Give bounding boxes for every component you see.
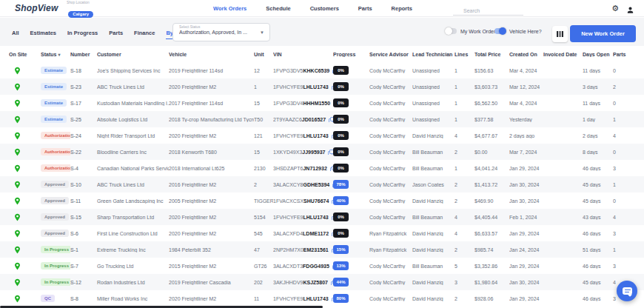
unit-number: 15 bbox=[254, 101, 273, 106]
copy-vin-icon[interactable] bbox=[332, 68, 333, 73]
work-order-number[interactable]: S-22 bbox=[70, 150, 97, 155]
work-order-number[interactable]: S-1 bbox=[70, 247, 97, 252]
table-row[interactable]: ApprovedS-6First Line Construction Ltd20… bbox=[0, 225, 644, 241]
unit-number: 5154 bbox=[254, 215, 273, 220]
work-order-number[interactable]: S-17 bbox=[70, 101, 97, 106]
col-customer[interactable]: Customer bbox=[97, 52, 169, 57]
barcode-scan-button[interactable] bbox=[552, 26, 568, 42]
vehicle-name: 2016 Freightliner M2 bbox=[169, 182, 254, 187]
col-vehicle[interactable]: Vehicle bbox=[169, 52, 254, 57]
status-badge: Estimate bbox=[41, 67, 67, 74]
parts-count: 0 bbox=[613, 198, 637, 204]
work-order-number[interactable]: S-23 bbox=[70, 84, 97, 90]
toggle-on-switch[interactable] bbox=[494, 28, 506, 34]
copy-vin-icon[interactable] bbox=[332, 296, 333, 301]
table-row[interactable]: EstimateS-23ABC Truck Lines Ltd2020 Frei… bbox=[0, 78, 644, 95]
work-order-number[interactable]: S-15 bbox=[70, 215, 97, 220]
tab-in-progress[interactable]: In Progress bbox=[67, 30, 98, 39]
work-order-number[interactable]: S-18 bbox=[70, 68, 97, 73]
tab-all[interactable]: All bbox=[12, 30, 19, 39]
new-work-order-button[interactable]: New Work Order bbox=[570, 25, 636, 42]
location-badge[interactable]: Calgary bbox=[68, 11, 93, 18]
work-order-number[interactable]: S-12 bbox=[70, 280, 97, 285]
tab-finance[interactable]: Finance bbox=[134, 30, 155, 39]
nav-reports[interactable]: Reports bbox=[392, 5, 412, 12]
gear-icon[interactable]: ⚙ bbox=[611, 2, 619, 14]
user-icon[interactable] bbox=[626, 4, 634, 17]
parts-count: 4 bbox=[613, 215, 637, 220]
work-order-number[interactable]: S-25 bbox=[70, 117, 97, 122]
nav-parts[interactable]: Parts bbox=[358, 5, 372, 12]
table-row[interactable]: EstimateS-17Kustodian Materials Handling… bbox=[0, 95, 644, 111]
col-progress[interactable]: Progress bbox=[333, 52, 369, 57]
search-input[interactable] bbox=[453, 6, 523, 16]
copy-vin-icon[interactable] bbox=[330, 166, 333, 171]
table-row[interactable]: In ProgressS-7Go Trucking Ltd2015 Freigh… bbox=[0, 258, 644, 274]
copy-vin-icon[interactable] bbox=[332, 247, 333, 252]
col-lines[interactable]: Lines bbox=[455, 52, 474, 57]
table-row[interactable]: AuthorizationS-4Canadian National Parks … bbox=[0, 160, 644, 176]
shop-location-selector[interactable]: Shop Location Calgary bbox=[67, 1, 95, 19]
progress-badge: 0% bbox=[333, 164, 349, 173]
col-created-on[interactable]: Created On bbox=[509, 52, 543, 57]
table-row[interactable]: EstimateS-25Absolute Logistics Ltd2018 T… bbox=[0, 111, 644, 127]
work-order-number[interactable]: S-10 bbox=[70, 182, 97, 187]
col-vin[interactable]: VIN bbox=[273, 52, 333, 57]
toggle-off-switch[interactable] bbox=[446, 28, 457, 34]
unit-number: GT26 bbox=[254, 264, 273, 269]
copy-vin-icon[interactable] bbox=[332, 182, 333, 187]
work-order-number[interactable]: S-7 bbox=[70, 264, 97, 269]
col-days-open[interactable]: Days Open bbox=[583, 52, 613, 57]
table-row[interactable]: QCS-8Miller Road Works Inc2020 Freightli… bbox=[0, 290, 644, 307]
copy-vin-icon[interactable] bbox=[328, 150, 332, 155]
created-on: Jan 30, 2024 bbox=[509, 198, 543, 204]
col-service-advisor[interactable]: Service Advisor bbox=[369, 52, 412, 57]
customer-name: Miller Road Works Inc bbox=[97, 296, 169, 301]
copy-vin-icon[interactable] bbox=[331, 280, 333, 285]
copy-vin-icon[interactable] bbox=[332, 231, 333, 236]
my-work-orders-toggle[interactable]: My Work Orders bbox=[446, 28, 498, 34]
status-badge: Estimate bbox=[41, 116, 67, 123]
table-row[interactable]: In ProgressS-1Extreme Trucking Inc1984 P… bbox=[0, 241, 644, 258]
work-order-number[interactable]: S-4 bbox=[70, 166, 97, 171]
table-row[interactable]: ApprovedS-10ABC Truck Lines Ltd2016 Frei… bbox=[0, 176, 644, 192]
col-total-price[interactable]: Total Price bbox=[474, 52, 509, 57]
created-on: Jan 30, 2024 bbox=[509, 182, 543, 187]
table-row[interactable]: AuthorizationS-24Night Rider Transport L… bbox=[0, 127, 644, 144]
status-filter-select[interactable]: Select Status Authorization, Approved, I… bbox=[172, 23, 270, 41]
work-order-number[interactable]: S-11 bbox=[70, 198, 97, 204]
col-lead-technician[interactable]: Lead Technician bbox=[412, 52, 455, 57]
copy-vin-icon[interactable] bbox=[332, 84, 333, 90]
service-advisor: Cody McCarthy bbox=[369, 150, 412, 155]
nav-work-orders[interactable]: Work Orders bbox=[213, 5, 246, 12]
table-row[interactable]: ApprovedS-11Green Gate Landscaping Inc20… bbox=[0, 192, 644, 209]
tab-estimates[interactable]: Estimates bbox=[30, 30, 56, 39]
work-order-number[interactable]: S-24 bbox=[70, 133, 97, 138]
col-number[interactable]: Number bbox=[70, 52, 97, 57]
work-order-number[interactable]: S-8 bbox=[70, 296, 97, 301]
lines-count: 1 bbox=[455, 68, 474, 73]
customer-name: Rodan Industries Ltd bbox=[97, 280, 169, 285]
work-order-number[interactable]: S-6 bbox=[70, 231, 97, 236]
unit-number: 2130 bbox=[254, 166, 273, 171]
table-row[interactable]: ApprovedS-15Sharp Transportation Ltd2020… bbox=[0, 209, 644, 225]
copy-vin-icon[interactable] bbox=[329, 117, 333, 122]
col-invoiced-date[interactable]: Invoiced Date bbox=[543, 52, 583, 57]
table-row[interactable]: In ProgressS-12Rodan Industries Ltd2019 … bbox=[0, 274, 644, 290]
table-row[interactable]: AuthorizationS-22Bloodline Carriers Inc2… bbox=[0, 144, 644, 160]
vehicle-here-toggle[interactable]: Vehicle Here? bbox=[494, 28, 542, 34]
col-unit[interactable]: Unit bbox=[254, 52, 273, 57]
copy-vin-icon[interactable] bbox=[332, 133, 333, 138]
copy-vin-icon[interactable] bbox=[332, 264, 333, 269]
copy-vin-icon[interactable] bbox=[332, 198, 333, 204]
col-parts[interactable]: Parts bbox=[613, 52, 637, 57]
days-open: 51 days bbox=[583, 247, 613, 252]
table-row[interactable]: EstimateS-18Joe's Shipping Services Inc2… bbox=[0, 62, 644, 78]
location-pin-icon bbox=[14, 99, 21, 107]
col-status[interactable]: Status▾ bbox=[41, 52, 70, 57]
chat-fab-button[interactable] bbox=[617, 281, 637, 301]
nav-schedule[interactable]: Schedule bbox=[266, 5, 290, 12]
tab-parts[interactable]: Parts bbox=[109, 30, 123, 39]
nav-customers[interactable]: Customers bbox=[310, 5, 339, 12]
copy-vin-icon[interactable] bbox=[332, 215, 333, 220]
